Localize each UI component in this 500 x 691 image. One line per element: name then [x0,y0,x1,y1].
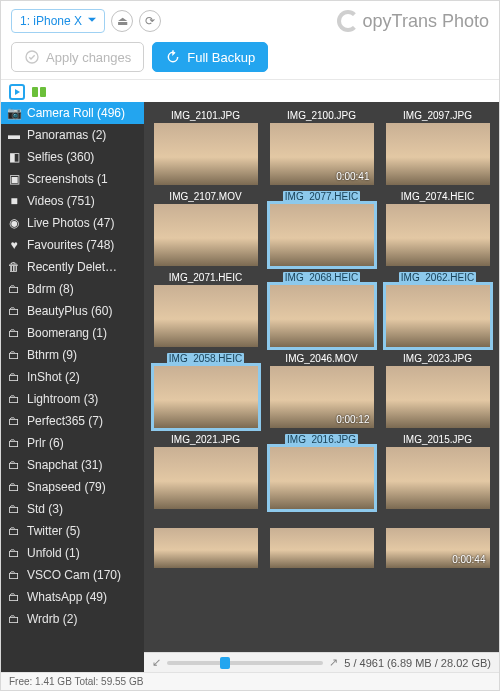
photo-thumb[interactable]: IMG_2021.JPG [150,434,261,509]
photo-thumb[interactable]: IMG_2068.HEIC [266,272,377,347]
zoom-out-icon[interactable]: ↙ [152,656,161,669]
thumb-caption [204,515,207,526]
brand-text: opyTrans Photo [363,11,489,32]
sidebar-item[interactable]: 🗀VSCO Cam (170) [1,564,144,586]
sidebar-item[interactable]: 📷Camera Roll (496) [1,102,144,124]
source-tabs [1,80,499,102]
sidebar-item-label: Live Photos (47) [27,216,114,230]
sidebar-item[interactable]: 🗀Snapchat (31) [1,454,144,476]
photo-thumb[interactable]: IMG_2107.MOV [150,191,261,266]
storage-text: Free: 1.41 GB Total: 59.55 GB [9,676,143,687]
sidebar-item-label: WhatsApp (49) [27,590,107,604]
sidebar-item[interactable]: 🗀Twitter (5) [1,520,144,542]
selection-summary: 5 / 4961 (6.89 MB / 28.02 GB) [344,657,491,669]
album-icon: 🗀 [7,436,21,450]
photo-thumb[interactable]: IMG_2100.JPG0:00:41 [266,110,377,185]
device-tab[interactable] [9,84,25,100]
sidebar-item[interactable]: ◉Live Photos (47) [1,212,144,234]
sidebar-item[interactable]: 🗑Recently Delet… [1,256,144,278]
album-icon: 🗀 [7,304,21,318]
apply-changes-button[interactable]: Apply changes [11,42,144,72]
sidebar-item[interactable]: 🗀Snapseed (79) [1,476,144,498]
thumb-caption [436,515,439,526]
album-icon: 🗀 [7,414,21,428]
eject-button[interactable]: ⏏ [111,10,133,32]
album-icon: 🗀 [7,458,21,472]
photo-grid[interactable]: IMG_2101.JPGIMG_2100.JPG0:00:41IMG_2097.… [144,102,499,652]
photo-thumb[interactable]: IMG_2015.JPG [382,434,493,509]
grid-toolbar: ↙ ↗ 5 / 4961 (6.89 MB / 28.02 GB) [144,652,499,672]
sidebar-item[interactable]: 🗀Unfold (1) [1,542,144,564]
thumb-caption: IMG_2101.JPG [171,110,240,121]
sidebar-item[interactable]: 🗀WhatsApp (49) [1,586,144,608]
full-backup-button[interactable]: Full Backup [152,42,268,72]
sidebar-item-label: VSCO Cam (170) [27,568,121,582]
app-window: { "brand": {"name": "opyTrans Photo"}, "… [0,0,500,691]
thumb-image [386,366,490,428]
photo-thumb[interactable] [150,515,261,568]
refresh-icon: ⟳ [145,14,155,28]
sidebar-item[interactable]: 🗀Lightroom (3) [1,388,144,410]
photo-thumb[interactable]: IMG_2074.HEIC [382,191,493,266]
photo-thumb[interactable]: IMG_2058.HEIC [150,353,261,428]
video-duration: 0:00:41 [336,171,369,182]
album-icon: 🗀 [7,370,21,384]
sidebar-item[interactable]: ▬Panoramas (2) [1,124,144,146]
sidebar-item-label: Boomerang (1) [27,326,107,340]
photo-thumb[interactable]: IMG_2071.HEIC [150,272,261,347]
album-icon: 🗀 [7,348,21,362]
thumb-caption: IMG_2077.HEIC [283,191,360,202]
sidebar-item[interactable]: 🗀Bthrm (9) [1,344,144,366]
eject-icon: ⏏ [117,14,128,28]
photo-thumb[interactable]: IMG_2046.MOV0:00:12 [266,353,377,428]
sidebar-item-label: Prlr (6) [27,436,64,450]
check-circle-icon [24,49,40,65]
album-icon: ◉ [7,216,21,230]
sidebar-item[interactable]: 🗀Bdrm (8) [1,278,144,300]
sidebar-item[interactable]: ◧Selfies (360) [1,146,144,168]
photo-thumb[interactable]: IMG_2101.JPG [150,110,261,185]
photo-thumb[interactable]: IMG_2023.JPG [382,353,493,428]
play-square-icon [9,84,25,100]
sidebar-item[interactable]: 🗀Std (3) [1,498,144,520]
photo-thumb[interactable]: IMG_2062.HEIC [382,272,493,347]
album-icon: ♥ [7,238,21,252]
sidebar-item[interactable]: ▣Screenshots (1 [1,168,144,190]
sidebar-item[interactable]: 🗀Perfect365 (7) [1,410,144,432]
thumb-image: 0:00:12 [270,366,374,428]
album-tab[interactable] [31,84,47,100]
refresh-button[interactable]: ⟳ [139,10,161,32]
sidebar-item[interactable]: ♥Favourites (748) [1,234,144,256]
sidebar-item[interactable]: 🗀Wrdrb (2) [1,608,144,630]
slider-knob[interactable] [220,657,230,669]
apply-label: Apply changes [46,50,131,65]
album-sidebar[interactable]: 📷Camera Roll (496)▬Panoramas (2)◧Selfies… [1,102,144,672]
sidebar-item[interactable]: 🗀BeautyPlus (60) [1,300,144,322]
sidebar-item-label: Recently Delet… [27,260,117,274]
sidebar-item-label: Twitter (5) [27,524,80,538]
sidebar-item-label: InShot (2) [27,370,80,384]
zoom-in-icon[interactable]: ↗ [329,656,338,669]
sidebar-item[interactable]: ■Videos (751) [1,190,144,212]
album-icon: 🗀 [7,546,21,560]
sidebar-item-label: BeautyPlus (60) [27,304,112,318]
thumb-image [154,123,258,185]
thumb-size-slider[interactable] [167,661,323,665]
sidebar-item-label: Videos (751) [27,194,95,208]
album-icon: 🗀 [7,282,21,296]
sidebar-item[interactable]: 🗀Prlr (6) [1,432,144,454]
device-select[interactable]: 1: iPhone X [11,9,105,33]
device-label: 1: iPhone X [20,14,82,28]
thumb-caption [320,515,323,526]
photo-thumb[interactable]: IMG_2097.JPG [382,110,493,185]
photo-thumb[interactable]: IMG_2016.JPG [266,434,377,509]
sidebar-item[interactable]: 🗀Boomerang (1) [1,322,144,344]
photo-thumb[interactable]: IMG_2077.HEIC [266,191,377,266]
album-icon: 🗀 [7,480,21,494]
photo-thumb[interactable]: 0:00:44 [382,515,493,568]
photo-thumb[interactable] [266,515,377,568]
thumb-caption: IMG_2023.JPG [403,353,472,364]
thumb-image: 0:00:41 [270,123,374,185]
album-icon: ◧ [7,150,21,164]
sidebar-item[interactable]: 🗀InShot (2) [1,366,144,388]
